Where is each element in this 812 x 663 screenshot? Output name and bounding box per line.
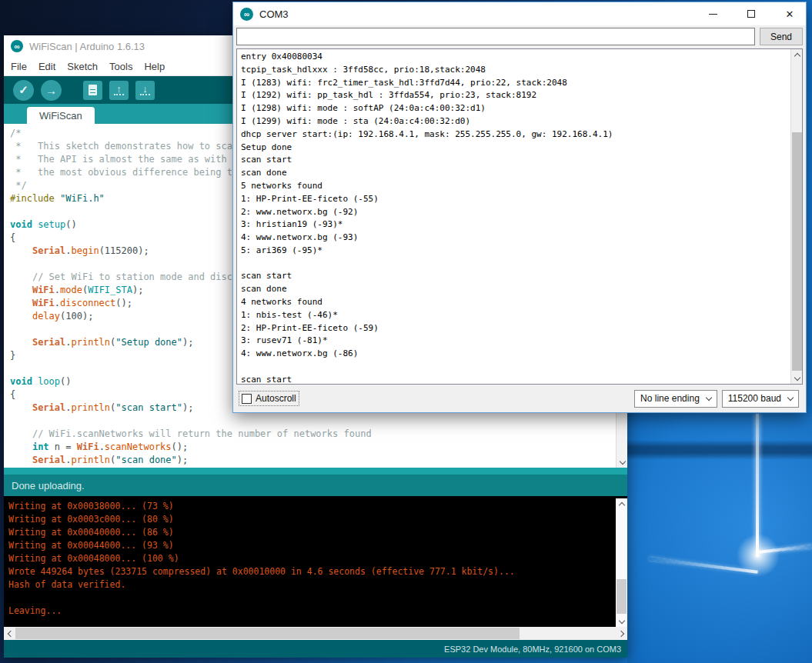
serial-line: I (1283) wifi: frc2_timer_task_hdl:3ffd7… [241, 77, 788, 90]
serial-vertical-scrollbar[interactable] [790, 49, 802, 384]
serial-input[interactable] [236, 28, 755, 45]
serial-line: 1: nbis-test (-46)* [241, 309, 788, 322]
checkbox-icon [242, 394, 252, 404]
autoscroll-label: Autoscroll [256, 393, 296, 404]
upload-console: Writing at 0x00038000... (73 %)Writing a… [4, 496, 627, 627]
arduino-logo-icon: ∞ [240, 8, 253, 21]
serial-line [241, 258, 788, 271]
menu-edit[interactable]: Edit [38, 61, 55, 72]
console-line: Wrote 449264 bytes (233715 compressed) a… [8, 565, 613, 578]
ide-statusbar: ESP32 Dev Module, 80MHz, 921600 on COM3 [4, 640, 627, 658]
ide-window-title: WiFiScan | Arduino 1.6.13 [29, 41, 145, 52]
baud-rate-dropdown[interactable]: 115200 baud [722, 390, 799, 408]
menu-tools[interactable]: Tools [109, 61, 132, 72]
serial-scroll-up-arrow-icon[interactable] [791, 49, 803, 61]
console-line: Writing at 0x00040000... (86 %) [8, 526, 613, 539]
serial-line: 2: HP-Print-EE-ficeto (-59) [241, 322, 788, 335]
editor-scroll-down-arrow-icon[interactable] [617, 456, 627, 468]
menu-sketch[interactable]: Sketch [67, 61, 98, 72]
status-message: Done uploading. [12, 480, 85, 491]
upload-arrow-icon: → [45, 84, 57, 97]
line-ending-dropdown[interactable]: No line ending [634, 390, 717, 408]
editor-console-divider[interactable] [4, 468, 627, 475]
serial-line: entry 0x40080034 [241, 51, 788, 64]
menu-file[interactable]: File [11, 61, 27, 72]
horizontal-scrollbar-thumb[interactable] [15, 628, 520, 639]
minimize-button[interactable] [697, 2, 729, 25]
serial-line: 5: ari369 (-95)* [241, 245, 788, 258]
serial-line: 3: rusev71 (-81)* [241, 335, 788, 348]
serial-scroll-down-arrow-icon[interactable] [791, 372, 803, 384]
serial-line: I (1298) wifi: mode : softAP (24:0a:c4:0… [241, 102, 788, 115]
open-sketch-button[interactable]: ↑ [109, 81, 129, 100]
serial-line: scan start [241, 374, 788, 385]
code-line: Serial.println("scan done"); [10, 454, 615, 467]
serial-window-title: COM3 [259, 8, 690, 20]
serial-output-pane: entry 0x40080034tcpip_task_hdlxxx : 3ffd… [241, 51, 788, 385]
serial-line: 2: www.networx.bg (-92) [241, 206, 788, 219]
console-scroll-up-arrow-icon[interactable] [616, 498, 627, 510]
minimize-icon [709, 14, 717, 15]
new-sketch-icon [89, 85, 97, 95]
autoscroll-checkbox[interactable]: Autoscroll [240, 392, 298, 405]
code-line: // WiFi.scanNetworks will return the num… [10, 428, 615, 441]
serial-line: 4: www.networx.bg (-93) [241, 232, 788, 245]
console-line: Leaving... [8, 605, 613, 618]
scroll-right-arrow-icon[interactable] [616, 627, 627, 640]
console-scrollbar-thumb[interactable] [617, 579, 627, 614]
serial-monitor-window: ∞ COM3 ✕ Send entry 0x40080034tcpip_task… [232, 2, 807, 413]
serial-scrollbar-thumb[interactable] [792, 132, 802, 371]
console-line: Hash of data verified. [8, 578, 613, 591]
wallpaper-dark-band [627, 440, 812, 460]
maximize-button[interactable] [735, 2, 767, 25]
send-button[interactable]: Send [760, 28, 803, 45]
serial-send-row: Send [233, 25, 806, 48]
serial-line [241, 361, 788, 374]
chevron-down-icon [787, 395, 794, 401]
serial-line: 4 networks found [241, 296, 788, 309]
console-line: Writing at 0x00038000... (73 %) [8, 500, 613, 513]
console-line: Writing at 0x00048000... (100 %) [8, 552, 613, 565]
console-horizontal-scrollbar[interactable] [4, 627, 627, 640]
open-sketch-icon: ↑ [114, 85, 124, 95]
new-sketch-button[interactable] [83, 81, 102, 100]
close-button[interactable]: ✕ [774, 2, 806, 25]
serial-line: dhcp server start:(ip: 192.168.4.1, mask… [241, 128, 788, 142]
serial-bottom-bar: Autoscroll No line ending 115200 baud [233, 385, 806, 412]
upload-button[interactable]: → [41, 80, 62, 101]
code-line: int n = WiFi.scanNetworks(); [10, 441, 615, 454]
serial-line: I (1292) wifi: pp_task_hdl : 3ffda554, p… [241, 89, 788, 102]
maximize-icon [747, 10, 755, 18]
serial-line: Setup done [241, 142, 788, 155]
close-icon: ✕ [786, 8, 794, 20]
verify-button[interactable]: ✓ [13, 80, 34, 101]
scroll-left-arrow-icon[interactable] [4, 627, 15, 640]
verify-check-icon: ✓ [18, 83, 28, 97]
status-message-bar: Done uploading. [4, 475, 627, 496]
tab-wifiscan[interactable]: WiFiScan [27, 107, 95, 124]
console-line: Writing at 0x0003c000... (80 %) [8, 513, 613, 526]
board-port-status: ESP32 Dev Module, 80MHz, 921600 on COM3 [444, 645, 621, 654]
serial-line: scan start [241, 154, 788, 167]
console-pane: Writing at 0x00038000... (73 %)Writing a… [8, 500, 613, 618]
serial-output-area[interactable]: entry 0x40080034tcpip_task_hdlxxx : 3ffd… [236, 48, 803, 385]
serial-line: 5 networks found [241, 180, 788, 193]
serial-titlebar[interactable]: ∞ COM3 ✕ [233, 2, 806, 25]
save-sketch-icon: ↓ [140, 85, 150, 95]
arduino-logo-icon: ∞ [11, 40, 23, 52]
console-line: Writing at 0x00044000... (93 %) [8, 539, 613, 552]
save-sketch-button[interactable]: ↓ [135, 81, 155, 100]
serial-line: scan done [241, 167, 788, 180]
console-scroll-down-arrow-icon[interactable] [616, 615, 627, 627]
serial-line: tcpip_task_hdlxxx : 3ffd58cc, prio:18,st… [241, 64, 788, 77]
serial-line: scan done [241, 283, 788, 296]
menu-help[interactable]: Help [144, 61, 165, 72]
serial-line: scan start [241, 270, 788, 283]
serial-line: 4: www.networx.bg (-86) [241, 348, 788, 361]
serial-line: I (1299) wifi: mode : sta (24:0a:c4:00:3… [241, 115, 788, 128]
chevron-down-icon [706, 395, 712, 401]
console-line [8, 591, 613, 605]
wallpaper-glow [733, 531, 783, 580]
console-vertical-scrollbar[interactable] [616, 498, 627, 627]
serial-line: 1: HP-Print-EE-ficeto (-55) [241, 193, 788, 206]
